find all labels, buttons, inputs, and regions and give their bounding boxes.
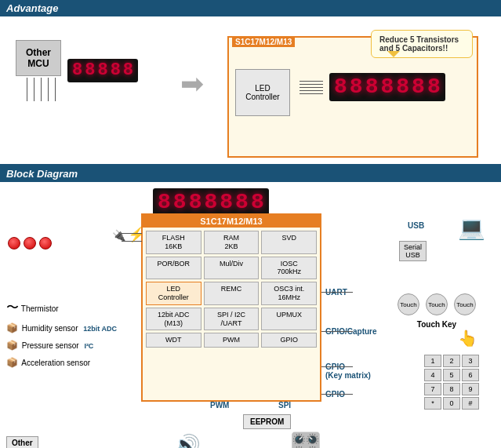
humidity-label: 📦 Humidity sensor 12bit ADC	[6, 322, 117, 333]
thermistor-label: 〜 Thermistor	[6, 300, 117, 316]
line-gpio	[321, 394, 353, 395]
muldiv-cell: Mul/Div	[204, 257, 260, 280]
touch-keys: Touch Touch Touch Touch Key 👆	[396, 292, 477, 348]
led-ctrl-cell: LEDController	[146, 282, 201, 305]
key-star[interactable]: *	[424, 397, 441, 410]
other-mcu-bottom: Other MCU // UART	[6, 436, 80, 448]
key-9[interactable]: 9	[462, 383, 479, 395]
key-8[interactable]: 8	[443, 383, 460, 395]
line-top-left2	[122, 241, 142, 242]
gpio-key-label: GPIO(Key matrix)	[325, 362, 371, 380]
line-gpio-key	[321, 366, 353, 367]
plug-icon: 🔌	[112, 229, 125, 242]
spi-label: SPI	[278, 401, 291, 410]
touch-btn-3[interactable]: Touch	[454, 293, 476, 315]
s1c17-label: S1C17M12/M13	[232, 37, 295, 47]
ram-cell: RAM2KB	[204, 231, 260, 254]
led-controller-box: LED Controller	[235, 69, 290, 116]
pointing-hand-icon: 👆	[396, 329, 477, 348]
line-uart	[321, 292, 353, 293]
touch-btn-1[interactable]: Touch	[398, 293, 419, 315]
key-hash[interactable]: #	[462, 397, 479, 410]
left-seg-display: 8 8 8 8 8	[67, 59, 138, 82]
key-7[interactable]: 7	[424, 383, 441, 395]
other-mcu-box: Other MCU	[16, 40, 61, 76]
upmux-cell: UPMUX	[261, 308, 317, 331]
flash-cell: FLASH16KB	[146, 231, 201, 254]
other-mcu-bottom-box: Other MCU	[6, 436, 38, 448]
main-chip-block: S1C17M12/M13 FLASH16KB RAM2KB SVD POR/BO…	[141, 213, 321, 402]
rotary-wheel-icon: 🎛️	[290, 431, 321, 448]
iosc-cell: IOSC700kHz	[261, 257, 317, 280]
led-dot-2	[24, 237, 36, 249]
key-4[interactable]: 4	[424, 369, 441, 381]
block-diagram-header: Block Diagram	[0, 166, 501, 182]
pwm-cell: PWM	[204, 333, 260, 348]
touch-key-label: Touch Key	[396, 320, 477, 329]
line-gpio-cap	[321, 331, 353, 332]
serial-usb-box: Serial USB	[399, 241, 427, 261]
buzzer-icon: 🔊	[172, 433, 201, 448]
pressure-label: 📦 Pressure sensor I²C	[6, 340, 117, 351]
usb-label: USB	[408, 221, 424, 230]
advantage-header: Advantage	[0, 0, 501, 16]
svd-cell: SVD	[261, 231, 317, 254]
callout-bubble: Reduce 5 Transistors and 5 Capacitors!!	[371, 30, 473, 58]
key-1[interactable]: 1	[424, 355, 441, 367]
s1c17-box: S1C17M12/M13 Reduce 5 Transistors and 5 …	[227, 36, 478, 158]
adc-cell: 12bit ADC(M13)	[146, 308, 201, 331]
eeprom-box: EEPROM	[243, 414, 291, 429]
led-dot-1	[8, 237, 20, 249]
block-section: 8 8 8 8 8 8 8 Seg Com ⚡ 🔌 S1C17M12/M13 F…	[0, 182, 501, 448]
advantage-section: Other MCU 8 8 8 8 8 ➡ S1C17M12/M13 Re	[0, 16, 501, 166]
arrow-right: ➡	[180, 67, 204, 100]
laptop-icon: 💻	[458, 215, 485, 241]
key-0[interactable]: 0	[443, 397, 460, 410]
acceleration-label: 📦 Acceleration sensor	[6, 357, 117, 368]
pwm-label: PWM	[210, 401, 229, 410]
led-indicators	[8, 237, 52, 265]
touch-btn-2[interactable]: Touch	[426, 293, 448, 315]
key-2[interactable]: 2	[443, 355, 460, 367]
chip-title: S1C17M12/M13	[143, 215, 320, 228]
gpio-cell: GPIO	[261, 333, 317, 348]
led-dot-3	[39, 237, 52, 249]
keypad: 1 2 3 4 5 6 7 8 9 * 0 #	[424, 355, 479, 410]
top-seg-display: 8 8 8 8 8 8 8	[153, 188, 269, 217]
key-5[interactable]: 5	[443, 369, 460, 381]
spi-cell: SPI / I2C/UART	[204, 308, 260, 331]
key-6[interactable]: 6	[462, 369, 479, 381]
buzzer-area: 🔊 Buzzer	[172, 433, 201, 448]
wdt-cell: WDT	[146, 333, 201, 348]
sensor-labels: 〜 Thermistor 📦 Humidity sensor 12bit ADC…	[6, 300, 117, 374]
osc3-cell: OSC3 int.16MHz	[261, 282, 317, 305]
line-top-left	[122, 233, 142, 234]
key-3[interactable]: 3	[462, 355, 479, 367]
right-seg-display: 8 8 8 8 8 8 8	[329, 73, 445, 101]
remc-cell: REMC	[204, 282, 260, 305]
porbor-cell: POR/BOR	[146, 257, 201, 280]
